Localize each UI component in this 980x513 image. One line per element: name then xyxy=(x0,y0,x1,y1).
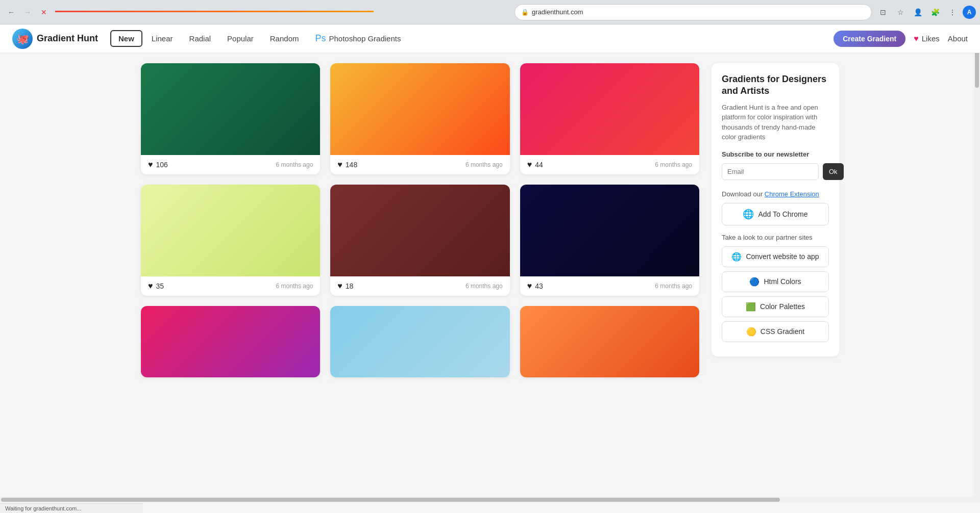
gradient-footer: ♥ 43 6 months ago xyxy=(520,276,699,296)
likes-label: Likes xyxy=(922,34,940,43)
reload-button[interactable]: ✕ xyxy=(37,5,51,19)
gradient-card[interactable]: ♥ 18 6 months ago xyxy=(330,185,509,296)
html-colors-icon: 🔵 xyxy=(749,277,760,287)
nav-photoshop-label: Photoshop Gradients xyxy=(329,34,401,43)
forward-button[interactable]: → xyxy=(20,5,35,19)
sidebar: Gradients for Designers and Artists Grad… xyxy=(712,63,839,377)
nav-radial[interactable]: Radial xyxy=(182,31,218,46)
profile-icon[interactable]: 👤 xyxy=(911,5,925,19)
likes-heart-icon: ♥ xyxy=(914,34,919,43)
nav-linear[interactable]: Linear xyxy=(144,31,180,46)
nav-random[interactable]: Random xyxy=(263,31,306,46)
gradient-preview xyxy=(520,185,699,276)
loading-bar xyxy=(55,11,374,12)
gradient-preview xyxy=(330,63,509,155)
likes-count: 35 xyxy=(156,282,164,290)
gradient-likes[interactable]: ♥ 35 xyxy=(148,281,164,291)
gradient-likes[interactable]: ♥ 148 xyxy=(337,160,357,169)
gradient-likes[interactable]: ♥ 106 xyxy=(148,160,168,169)
gradient-footer: ♥ 148 6 months ago xyxy=(330,155,509,174)
heart-icon: ♥ xyxy=(337,160,342,169)
gradient-likes[interactable]: ♥ 18 xyxy=(337,281,353,291)
gradient-preview xyxy=(330,185,509,276)
color-palettes-button[interactable]: 🟩 Color Palettes xyxy=(722,296,829,317)
convert-icon: 🌐 xyxy=(731,252,742,262)
likes-count: 18 xyxy=(346,282,354,290)
site-logo-text: Gradient Hunt xyxy=(37,33,98,44)
browser-chrome: ← → ✕ 🔒 gradienthunt.com ⊡ ☆ 👤 🧩 ⋮ A xyxy=(0,0,980,24)
menu-icon[interactable]: ⋮ xyxy=(945,5,960,19)
gradient-likes[interactable]: ♥ 44 xyxy=(527,160,543,169)
about-link[interactable]: About xyxy=(948,34,968,43)
gradient-preview xyxy=(141,63,320,155)
css-gradient-button[interactable]: 🟡 CSS Gradient xyxy=(722,321,829,342)
gradient-card[interactable]: ♥ 106 6 months ago xyxy=(141,63,320,174)
ps-icon: Ps xyxy=(315,33,326,44)
gradient-preview xyxy=(520,306,699,377)
url-text: gradienthunt.com xyxy=(532,8,583,16)
extensions-icon[interactable]: 🧩 xyxy=(928,5,942,19)
partner-sites-title: Take a look to our partner sites xyxy=(722,234,829,241)
add-to-chrome-button[interactable]: 🌐 Add To Chrome xyxy=(722,203,829,225)
newsletter-subtitle: Subscribe to our newsletter xyxy=(722,150,829,158)
convert-website-button[interactable]: 🌐 Convert website to app xyxy=(722,246,829,267)
chrome-extension-link[interactable]: Chrome Extension xyxy=(765,190,819,198)
chrome-icon: 🌐 xyxy=(743,209,754,220)
nav-photoshop[interactable]: Ps Photoshop Gradients xyxy=(308,30,408,47)
address-bar[interactable]: 🔒 gradienthunt.com xyxy=(514,4,872,20)
lock-icon: 🔒 xyxy=(521,9,529,16)
chrome-btn-label: Add To Chrome xyxy=(758,210,807,218)
html-colors-button[interactable]: 🔵 Html Colors xyxy=(722,271,829,292)
nav-new[interactable]: New xyxy=(110,30,142,47)
likes-button[interactable]: ♥ Likes xyxy=(914,34,940,43)
css-gradient-icon: 🟡 xyxy=(746,327,756,337)
create-gradient-button[interactable]: Create Gradient xyxy=(834,31,905,47)
gradient-grid: ♥ 106 6 months ago ♥ 148 6 months ago xyxy=(141,63,699,377)
nav-popular[interactable]: Popular xyxy=(220,31,261,46)
cast-icon[interactable]: ⊡ xyxy=(876,5,890,19)
gradient-card[interactable]: ♥ 35 6 months ago xyxy=(141,185,320,296)
bookmark-icon[interactable]: ☆ xyxy=(893,5,908,19)
gradient-card[interactable]: ♥ 148 6 months ago xyxy=(330,63,509,174)
gradient-preview xyxy=(141,306,320,377)
gradient-time: 6 months ago xyxy=(465,283,503,290)
html-colors-label: Html Colors xyxy=(764,277,801,286)
color-palettes-label: Color Palettes xyxy=(760,302,805,311)
header-right: Create Gradient ♥ Likes About xyxy=(834,31,968,47)
newsletter-form: Ok xyxy=(722,163,829,180)
css-gradient-label: CSS Gradient xyxy=(761,327,804,336)
gradient-footer: ♥ 35 6 months ago xyxy=(141,276,320,296)
gradient-card[interactable] xyxy=(520,306,699,377)
sidebar-description: Gradient Hunt is a free and open platfor… xyxy=(722,102,829,142)
convert-label: Convert website to app xyxy=(746,252,819,261)
gradient-preview xyxy=(141,185,320,276)
heart-icon: ♥ xyxy=(527,160,532,169)
gradient-card[interactable]: ♥ 44 6 months ago xyxy=(520,63,699,174)
chrome-extension-label: Download our Chrome Extension xyxy=(722,190,829,198)
gradient-time: 6 months ago xyxy=(276,283,313,290)
newsletter-ok-button[interactable]: Ok xyxy=(823,163,844,180)
gradient-footer: ♥ 106 6 months ago xyxy=(141,155,320,174)
heart-icon: ♥ xyxy=(337,281,342,291)
main-container: ♥ 106 6 months ago ♥ 148 6 months ago xyxy=(133,53,847,388)
back-button[interactable]: ← xyxy=(4,5,18,19)
heart-icon: ♥ xyxy=(148,160,153,169)
gradient-card[interactable] xyxy=(330,306,509,377)
heart-icon: ♥ xyxy=(148,281,153,291)
gradient-card[interactable] xyxy=(141,306,320,377)
site-logo[interactable]: 🐙 Gradient Hunt xyxy=(12,29,98,49)
color-palettes-icon: 🟩 xyxy=(746,302,756,312)
browser-toolbar-right: ⊡ ☆ 👤 🧩 ⋮ A xyxy=(876,5,976,19)
gradient-likes[interactable]: ♥ 43 xyxy=(527,281,543,291)
gradient-preview xyxy=(520,63,699,155)
sidebar-section: Gradients for Designers and Artists Grad… xyxy=(712,63,839,356)
gradient-footer: ♥ 44 6 months ago xyxy=(520,155,699,174)
likes-count: 44 xyxy=(535,161,543,169)
gradient-footer: ♥ 18 6 months ago xyxy=(330,276,509,296)
gradient-card[interactable]: ♥ 43 6 months ago xyxy=(520,185,699,296)
site-logo-icon: 🐙 xyxy=(12,29,33,49)
gradient-time: 6 months ago xyxy=(465,161,503,168)
sidebar-title: Gradients for Designers and Artists xyxy=(722,73,829,97)
vertical-scrollbar[interactable] xyxy=(974,24,980,388)
email-input[interactable] xyxy=(722,163,819,180)
